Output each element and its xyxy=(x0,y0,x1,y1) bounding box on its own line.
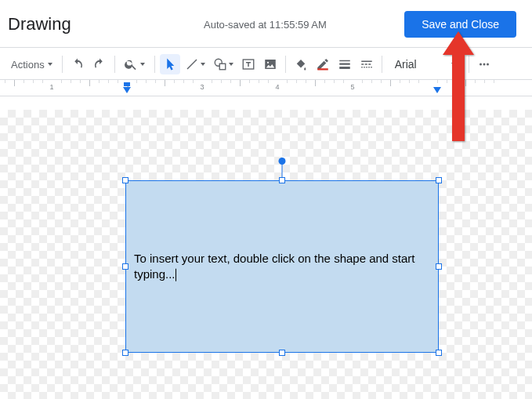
line-weight-icon xyxy=(338,57,352,71)
separator xyxy=(114,56,115,73)
separator xyxy=(469,56,469,73)
redo-button[interactable] xyxy=(89,54,110,74)
svg-rect-10 xyxy=(361,63,364,65)
svg-point-20 xyxy=(487,63,489,66)
svg-point-4 xyxy=(267,62,269,63)
text-cursor xyxy=(176,269,176,281)
autosave-status: Auto-saved at 11:55:59 AM xyxy=(149,19,327,31)
svg-rect-6 xyxy=(339,60,350,62)
paint-bucket-icon xyxy=(294,57,308,71)
fill-color-button[interactable] xyxy=(291,54,311,74)
resize-handle-t[interactable] xyxy=(279,177,285,183)
undo-button[interactable] xyxy=(67,54,88,74)
caret-down-icon xyxy=(48,63,52,66)
dialog-header: Drawing Auto-saved at 11:55:59 AM Save a… xyxy=(0,0,532,47)
shape-tool[interactable] xyxy=(210,54,237,74)
svg-rect-14 xyxy=(364,67,365,68)
ruler-number: 1 xyxy=(49,83,53,91)
svg-rect-9 xyxy=(361,61,372,63)
save-and-close-button[interactable]: Save and Close xyxy=(404,11,516,38)
textbox-tool[interactable] xyxy=(238,54,259,74)
rotate-handle[interactable] xyxy=(279,158,286,165)
first-line-indent-marker[interactable] xyxy=(124,82,130,86)
resize-handle-l[interactable] xyxy=(122,263,128,270)
svg-rect-5 xyxy=(317,68,328,70)
svg-point-19 xyxy=(483,63,485,66)
caret-down-icon xyxy=(229,63,233,66)
resize-handle-tr[interactable] xyxy=(436,177,442,183)
shape-text[interactable]: To insert your text, double click on the… xyxy=(134,251,430,283)
separator xyxy=(285,56,286,73)
resize-handle-r[interactable] xyxy=(436,263,442,270)
image-tool[interactable] xyxy=(260,54,280,74)
svg-rect-8 xyxy=(339,67,350,69)
separator xyxy=(382,56,382,73)
font-picker[interactable]: Arial xyxy=(387,54,442,74)
caret-down-icon xyxy=(201,63,205,66)
left-indent-marker[interactable] xyxy=(123,87,131,93)
ruler-number: 4 xyxy=(275,83,279,91)
shapes-icon xyxy=(213,57,227,71)
zoom-button[interactable] xyxy=(120,54,150,74)
pen-icon xyxy=(316,57,330,71)
caret-down-icon xyxy=(140,63,145,66)
redo-icon xyxy=(92,57,107,71)
select-tool[interactable] xyxy=(160,54,180,74)
ruler-number: 5 xyxy=(350,83,354,91)
drawing-toolbar: Actions xyxy=(0,53,532,79)
image-icon xyxy=(263,57,277,71)
undo-icon xyxy=(71,57,85,71)
textbox-icon xyxy=(241,57,255,71)
zoom-icon xyxy=(124,57,138,71)
separator xyxy=(62,56,63,73)
actions-menu[interactable]: Actions xyxy=(6,54,57,74)
border-dash-button[interactable] xyxy=(356,54,377,74)
divider xyxy=(0,47,532,48)
line-tool[interactable] xyxy=(182,54,208,74)
ruler-number: 3 xyxy=(200,83,204,91)
horizontal-ruler[interactable]: 12345 xyxy=(0,79,532,96)
right-indent-marker[interactable] xyxy=(433,87,441,93)
resize-handle-br[interactable] xyxy=(436,350,442,356)
border-color-button[interactable] xyxy=(313,54,333,74)
line-icon xyxy=(185,57,199,71)
font-picker-caret[interactable] xyxy=(443,54,464,74)
border-weight-button[interactable] xyxy=(335,54,355,74)
caret-down-icon xyxy=(451,63,456,66)
resize-handle-bl[interactable] xyxy=(122,350,128,356)
selected-shape[interactable]: To insert your text, double click on the… xyxy=(125,180,439,353)
separator xyxy=(154,56,155,73)
svg-rect-13 xyxy=(361,67,363,68)
svg-rect-1 xyxy=(219,63,226,70)
more-tools-button[interactable] xyxy=(474,54,494,74)
dialog-title: Drawing xyxy=(8,14,71,34)
svg-rect-11 xyxy=(364,63,367,65)
resize-handle-b[interactable] xyxy=(279,350,285,356)
line-dash-icon xyxy=(360,57,374,71)
resize-handle-tl[interactable] xyxy=(122,177,128,183)
more-horizontal-icon xyxy=(477,57,491,71)
svg-rect-17 xyxy=(371,67,372,68)
svg-rect-15 xyxy=(366,67,367,68)
drawing-canvas[interactable]: To insert your text, double click on the… xyxy=(0,110,532,399)
svg-rect-16 xyxy=(368,67,370,68)
cursor-icon xyxy=(163,57,177,71)
svg-point-18 xyxy=(480,63,482,66)
svg-rect-12 xyxy=(368,63,371,65)
svg-rect-7 xyxy=(339,63,350,65)
